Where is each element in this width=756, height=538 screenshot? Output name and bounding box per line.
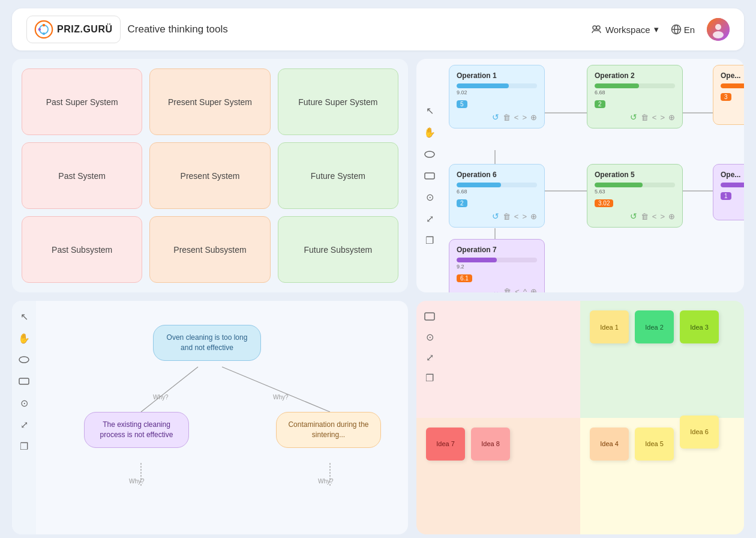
copy-tool-why[interactable]: ❐ — [16, 438, 32, 455]
why-root-node[interactable]: Oven cleaning is too long and not effect… — [153, 325, 261, 361]
op6-tag: 2 — [457, 199, 467, 207]
ideas-quadrant-yellow: Idea 4 Idea 5 Idea 6 — [580, 418, 744, 535]
op5-tag: 3.02 — [595, 199, 613, 207]
why-label-bl: Why? — [129, 478, 145, 485]
workspace-icon — [591, 24, 602, 35]
svg-rect-14 — [425, 173, 434, 179]
logo-area: PRIZ.GURÜ Creative thinking tools — [26, 16, 228, 43]
operation-5-card[interactable]: Operation 5 5.63 3.02 ↺ 🗑 < > ⊕ — [587, 164, 683, 228]
cell-present-subsystem[interactable]: Present Subsystem — [149, 216, 270, 283]
svg-point-4 — [38, 28, 41, 31]
idea-6-note[interactable]: Idea 6 — [680, 416, 719, 449]
op7-tag: 6.1 — [457, 274, 472, 282]
why-label-br: Why? — [318, 478, 334, 485]
ideas-quadrant-green: Idea 1 Idea 2 Idea 3 — [580, 301, 744, 418]
ellipse-tool-why[interactable] — [16, 351, 32, 368]
cell-past-system[interactable]: Past System — [22, 142, 142, 209]
ideas-quadrant-peach: Idea 7 Idea 8 — [416, 418, 580, 535]
ideas-quadrant-pink — [416, 301, 580, 418]
operation-1-card[interactable]: Operation 1 9.02 5 ↺ 🗑 < > ⊕ — [449, 65, 545, 128]
system-grid-panel: Past Super System Present Super System F… — [12, 59, 408, 292]
copy-tool[interactable]: ❐ — [421, 232, 438, 249]
logo-box: PRIZ.GURÜ — [26, 16, 121, 43]
diagram-panel: ↖ ✋ ⊙ ⤢ ❐ — [416, 59, 744, 292]
cursor-tool[interactable]: ↖ — [421, 103, 438, 119]
op2-title: Operation 2 — [595, 71, 675, 80]
header: PRIZ.GURÜ Creative thinking tools Worksp… — [12, 8, 744, 50]
priz-guru-logo — [34, 20, 53, 39]
cell-past-subsystem[interactable]: Past Subsystem — [22, 216, 142, 283]
expand-tool[interactable]: ⤢ — [421, 211, 438, 228]
op-partial2-tag: 1 — [721, 192, 731, 200]
idea-3-note[interactable]: Idea 3 — [680, 310, 719, 343]
globe-icon — [671, 24, 682, 35]
svg-line-24 — [222, 367, 330, 412]
svg-point-5 — [593, 26, 596, 29]
operation-partial-top[interactable]: Ope... 3 ☰ — [713, 65, 744, 125]
op-partial-title: Ope... — [721, 71, 744, 80]
op7-title: Operation 7 — [457, 246, 537, 254]
idea-8-note[interactable]: Idea 8 — [471, 428, 510, 461]
avatar-image — [707, 18, 730, 41]
cell-future-system[interactable]: Future System — [278, 142, 398, 209]
svg-point-3 — [43, 32, 45, 35]
workspace-label: Workspace — [605, 25, 650, 35]
user-avatar[interactable] — [707, 18, 730, 41]
operation-6-card[interactable]: Operation 6 6.68 2 ↺ 🗑 < > ⊕ — [449, 164, 545, 228]
system-grid: Past Super System Present Super System F… — [22, 68, 398, 283]
ellipse-tool[interactable] — [421, 146, 438, 163]
svg-rect-27 — [425, 313, 434, 320]
why-right-child[interactable]: Contamination during the sintering... — [276, 412, 381, 448]
op6-actions: ↺ 🗑 < > ⊕ — [457, 211, 537, 221]
workspace-chevron: ▾ — [654, 24, 659, 35]
language-button[interactable]: En — [671, 24, 695, 35]
lang-label: En — [684, 25, 695, 35]
target-tool[interactable]: ⊙ — [421, 189, 438, 206]
rect-tool-why[interactable] — [16, 373, 32, 390]
operation-7-card[interactable]: Operation 7 9.2 6.1 ⌄ 🗑 < ^ ⊕ — [449, 239, 545, 292]
why-left-child[interactable]: The existing cleaning process is not eff… — [84, 412, 189, 448]
hand-tool[interactable]: ✋ — [421, 124, 438, 141]
svg-rect-22 — [19, 378, 29, 384]
svg-point-6 — [596, 26, 600, 29]
idea-7-note[interactable]: Idea 7 — [426, 428, 465, 461]
logo-text: PRIZ.GURÜ — [57, 24, 113, 35]
op2-actions: ↺ 🗑 < > ⊕ — [595, 112, 675, 122]
why-content: Oven cleaning is too long and not effect… — [36, 301, 408, 534]
hand-tool-why[interactable]: ✋ — [16, 330, 32, 346]
op1-title: Operation 1 — [457, 71, 537, 80]
idea-4-note[interactable]: Idea 4 — [590, 428, 629, 461]
why-diagram-panel: ↖ ✋ ⊙ ⤢ ❐ — [12, 301, 408, 534]
cell-present-system[interactable]: Present System — [149, 142, 270, 209]
workspace-button[interactable]: Workspace ▾ — [591, 24, 659, 35]
ideas-target-tool[interactable]: ⊙ — [421, 328, 438, 345]
why-label-right: Why? — [273, 394, 289, 400]
operation-partial-mid[interactable]: Ope... 1 ⌄ — [713, 164, 744, 220]
op-partial2-title: Ope... — [721, 171, 744, 179]
ideas-copy-tool[interactable]: ❐ — [421, 369, 438, 386]
ideas-board: ⊙ ⤢ ❐ Idea 1 Idea 2 Idea 3 Idea 7 Idea 8… — [416, 301, 744, 534]
cell-future-subsystem[interactable]: Future Subsystem — [278, 216, 398, 283]
expand-tool-why[interactable]: ⤢ — [16, 416, 32, 433]
rect-tool[interactable] — [421, 168, 438, 184]
svg-point-12 — [713, 31, 724, 38]
cell-future-super-system[interactable]: Future Super System — [278, 68, 398, 135]
idea-5-note[interactable]: Idea 5 — [635, 428, 674, 461]
ideas-expand-tool[interactable]: ⤢ — [421, 349, 438, 366]
cell-present-super-system[interactable]: Present Super System — [149, 68, 270, 135]
idea-2-note[interactable]: Idea 2 — [635, 310, 674, 343]
target-tool-why[interactable]: ⊙ — [16, 394, 32, 411]
svg-point-0 — [35, 21, 52, 38]
idea-1-note[interactable]: Idea 1 — [590, 310, 629, 343]
op5-title: Operation 5 — [595, 171, 675, 179]
svg-point-21 — [19, 357, 29, 363]
op-partial-tag: 3 — [721, 93, 731, 101]
op1-actions: ↺ 🗑 < > ⊕ — [457, 112, 537, 122]
cell-past-super-system[interactable]: Past Super System — [22, 68, 142, 135]
op6-title: Operation 6 — [457, 171, 537, 179]
cursor-tool-why[interactable]: ↖ — [16, 308, 32, 325]
operation-2-card[interactable]: Operation 2 6.68 2 ↺ 🗑 < > ⊕ — [587, 65, 683, 128]
svg-point-13 — [425, 151, 434, 157]
op5-actions: ↺ 🗑 < > ⊕ — [595, 211, 675, 221]
ideas-rect-tool[interactable] — [421, 308, 438, 325]
